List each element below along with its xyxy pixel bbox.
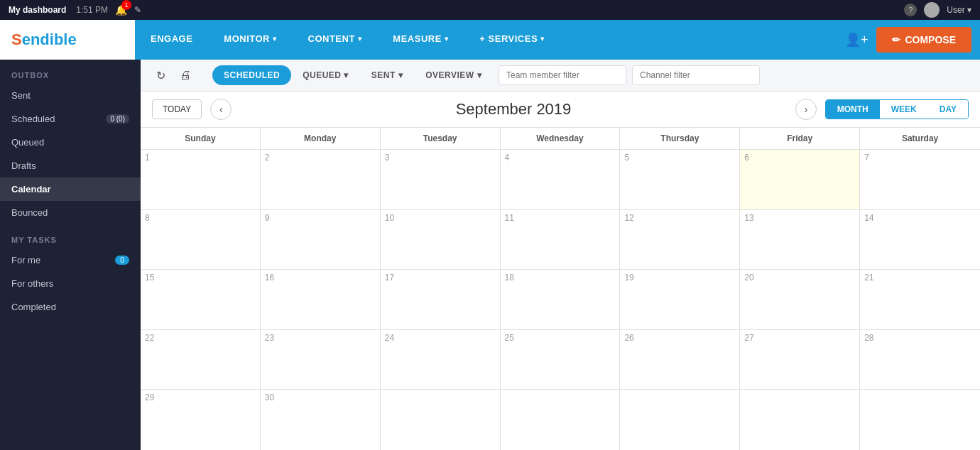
bounced-label: Bounced (11, 207, 48, 218)
cell-date: 11 (505, 213, 514, 223)
calendar-cell[interactable]: 4 (501, 150, 621, 209)
calendar-cell[interactable]: 6 (740, 150, 860, 209)
tab-overview[interactable]: OVERVIEW ▾ (414, 65, 493, 85)
nav-measure[interactable]: MEASURE ▾ (377, 20, 464, 60)
calendar-cell[interactable] (381, 390, 501, 450)
top-bar-time: 1:51 PM (76, 5, 108, 15)
refresh-button[interactable]: ↻ (152, 66, 170, 85)
for-me-label: For me (11, 255, 40, 265)
calendar-cell[interactable]: 22 (141, 330, 261, 390)
scheduled-label: Scheduled (11, 114, 55, 124)
sidebar-item-completed[interactable]: Completed (0, 295, 141, 319)
notifications-bell[interactable]: 🔔1 (115, 4, 127, 16)
calendar-cell[interactable]: 1 (141, 150, 261, 209)
outbox-section-title: OUTBOX (0, 60, 141, 84)
calendar-week-1: 1234567 (141, 150, 980, 210)
cell-date: 18 (505, 273, 514, 282)
dashboard-link[interactable]: My dashboard (9, 5, 66, 15)
edit-icon[interactable]: ✎ (134, 5, 141, 15)
sidebar-item-for-others[interactable]: For others (0, 272, 141, 295)
calendar-cell[interactable]: 19 (620, 270, 740, 329)
view-month[interactable]: MONTH (826, 100, 880, 119)
tab-scheduled[interactable]: SCHEDULED (212, 65, 291, 85)
cell-date: 8 (145, 213, 150, 223)
calendar-cell[interactable]: 21 (860, 270, 980, 329)
channel-filter[interactable] (632, 65, 760, 85)
calendar-cell[interactable] (740, 390, 860, 450)
calendar-cell[interactable] (860, 390, 980, 450)
sidebar-item-queued[interactable]: Queued (0, 131, 141, 154)
sidebar-item-bounced[interactable]: Bounced (0, 201, 141, 224)
calendar-cell[interactable]: 17 (381, 270, 501, 329)
view-day[interactable]: DAY (928, 100, 968, 119)
calendar-cell[interactable]: 26 (620, 330, 740, 390)
nav-content[interactable]: CONTENT ▾ (293, 20, 378, 60)
today-button[interactable]: TODAY (152, 99, 202, 119)
calendar-week-2: 891011121314 (141, 210, 980, 270)
cell-date: 22 (145, 333, 154, 343)
prev-month-button[interactable]: ‹ (210, 99, 232, 120)
nav-services[interactable]: + SERVICES ▾ (464, 20, 560, 60)
calendar-cell[interactable]: 14 (860, 210, 980, 270)
cell-date: 3 (385, 153, 390, 163)
nav-right: 👤+ ✏ COMPOSE (842, 27, 980, 53)
help-icon[interactable]: ? (904, 4, 917, 16)
sidebar-item-scheduled[interactable]: Scheduled 0 (0) (0, 107, 141, 131)
sidebar-item-for-me[interactable]: For me 0 (0, 248, 141, 272)
calendar-cell[interactable]: 20 (740, 270, 860, 329)
team-member-filter[interactable] (499, 65, 626, 85)
compose-label: COMPOSE (905, 34, 956, 45)
user-name[interactable]: User ▾ (947, 5, 971, 15)
calendar-cell[interactable]: 5 (620, 150, 740, 209)
avatar[interactable] (924, 2, 940, 18)
tab-queued[interactable]: QUEUED ▾ (291, 65, 360, 85)
calendar-cell[interactable] (620, 390, 740, 450)
calendar-cell[interactable]: 18 (501, 270, 621, 329)
cell-date: 16 (265, 273, 274, 282)
cell-date: 19 (624, 273, 633, 282)
cell-date: 20 (744, 273, 753, 282)
cell-date: 30 (265, 393, 274, 402)
calendar-cell[interactable]: 8 (141, 210, 261, 270)
calendar-cell[interactable]: 29 (141, 390, 261, 450)
calendar-cell[interactable]: 2 (261, 150, 381, 209)
sidebar-item-sent[interactable]: Sent (0, 84, 141, 107)
calendar-cell[interactable]: 11 (501, 210, 621, 270)
nav-engage[interactable]: ENGAGE (135, 20, 208, 60)
calendar-cell[interactable]: 25 (501, 330, 621, 390)
calendar-cell[interactable]: 23 (261, 330, 381, 390)
main-layout: OUTBOX Sent Scheduled 0 (0) Queued Draft… (0, 60, 980, 450)
top-bar-right: ? User ▾ (904, 2, 971, 18)
calendar-cell[interactable]: 3 (381, 150, 501, 209)
sidebar-item-calendar[interactable]: Calendar (0, 177, 141, 201)
tab-sent[interactable]: SENT ▾ (360, 65, 414, 85)
calendar-cell[interactable]: 24 (381, 330, 501, 390)
cell-date: 25 (505, 333, 514, 343)
view-week[interactable]: WEEK (880, 100, 928, 119)
calendar-cell[interactable] (501, 390, 621, 450)
cell-date: 7 (864, 153, 869, 163)
calendar-cell[interactable]: 16 (261, 270, 381, 329)
sent-label: Sent (11, 90, 31, 101)
calendar-week-3: 15161718192021 (141, 270, 980, 330)
sidebar-item-drafts[interactable]: Drafts (0, 154, 141, 177)
day-sunday: Sunday (141, 128, 261, 149)
add-user-button[interactable]: 👤+ (842, 29, 871, 50)
calendar-cell[interactable]: 27 (740, 330, 860, 390)
nav-monitor[interactable]: MONITOR ▾ (208, 20, 292, 60)
print-button[interactable]: 🖨 (175, 66, 195, 84)
overview-arrow: ▾ (477, 70, 482, 80)
cell-date: 23 (265, 333, 274, 343)
compose-button[interactable]: ✏ COMPOSE (876, 27, 971, 53)
calendar-cell[interactable]: 13 (740, 210, 860, 270)
calendar-cell[interactable]: 12 (620, 210, 740, 270)
calendar-cell[interactable]: 7 (860, 150, 980, 209)
calendar-cell[interactable]: 15 (141, 270, 261, 329)
sidebar: OUTBOX Sent Scheduled 0 (0) Queued Draft… (0, 60, 141, 450)
calendar-cell[interactable]: 9 (261, 210, 381, 270)
logo[interactable]: Sendible (0, 20, 135, 60)
next-month-button[interactable]: › (795, 99, 817, 120)
calendar-cell[interactable]: 10 (381, 210, 501, 270)
calendar-cell[interactable]: 28 (860, 330, 980, 390)
calendar-cell[interactable]: 30 (261, 390, 381, 450)
